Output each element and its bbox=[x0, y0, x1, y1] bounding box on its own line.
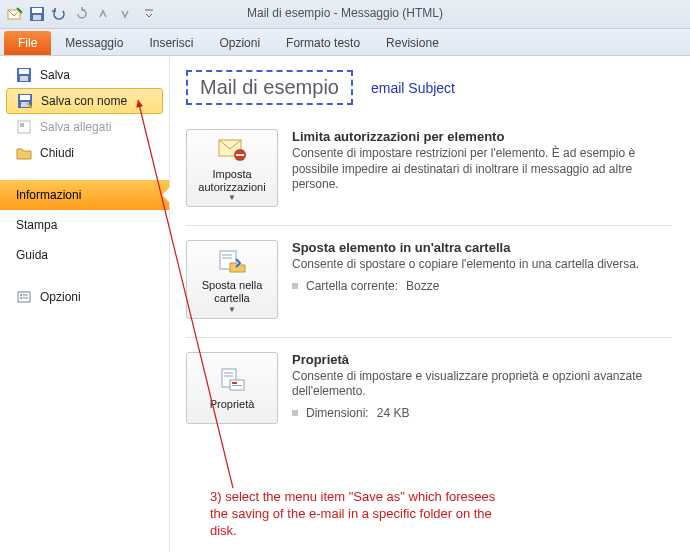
svg-rect-3 bbox=[33, 15, 41, 20]
subject-value-box: Mail di esempio bbox=[186, 70, 353, 105]
svg-rect-2 bbox=[32, 8, 42, 13]
save-icon bbox=[16, 67, 32, 83]
svg-rect-29 bbox=[232, 385, 242, 386]
sidebar-item-label: Guida bbox=[16, 248, 48, 262]
qat-customize-icon[interactable] bbox=[140, 5, 158, 23]
sidebar-item-salva[interactable]: Salva bbox=[0, 62, 169, 88]
bullet-icon bbox=[292, 283, 298, 289]
next-icon[interactable] bbox=[116, 5, 134, 23]
previous-icon[interactable] bbox=[94, 5, 112, 23]
sidebar-item-stampa[interactable]: Stampa bbox=[0, 210, 169, 240]
subject-row: Mail di esempio email Subject bbox=[186, 70, 672, 105]
dropdown-arrow-icon: ▼ bbox=[228, 193, 236, 202]
sidebar-item-salva-allegati: Salva allegati bbox=[0, 114, 169, 140]
kv-label: Cartella corrente: bbox=[306, 279, 398, 293]
sidebar-item-guida[interactable]: Guida bbox=[0, 240, 169, 270]
tab-revisione[interactable]: Revisione bbox=[374, 31, 451, 55]
svg-rect-6 bbox=[19, 69, 29, 74]
properties-button[interactable]: Proprietà bbox=[186, 352, 278, 424]
options-icon bbox=[16, 289, 32, 305]
section-desc: Consente di impostare restrizioni per l'… bbox=[292, 146, 672, 193]
svg-rect-28 bbox=[232, 382, 237, 384]
svg-point-14 bbox=[20, 294, 22, 296]
backstage-content: Mail di esempio email Subject Imposta au… bbox=[170, 56, 690, 552]
svg-rect-13 bbox=[18, 292, 30, 302]
subject-value: Mail di esempio bbox=[200, 76, 339, 98]
section-title: Sposta elemento in un'altra cartella bbox=[292, 240, 672, 255]
section-move: Sposta nella cartella ▼ Sposta elemento … bbox=[186, 240, 672, 337]
button-label: Proprietà bbox=[210, 398, 255, 411]
section-title: Limita autorizzazioni per elemento bbox=[292, 129, 672, 144]
close-folder-icon bbox=[16, 145, 32, 161]
sidebar-item-label: Salva con nome bbox=[41, 94, 127, 108]
section-desc: Consente di spostare o copiare l'element… bbox=[292, 257, 672, 273]
undo-icon[interactable] bbox=[50, 5, 68, 23]
sidebar-item-chiudi[interactable]: Chiudi bbox=[0, 140, 169, 166]
button-label: Imposta autorizzazioni bbox=[191, 168, 273, 193]
tab-opzioni[interactable]: Opzioni bbox=[207, 31, 272, 55]
sidebar-item-label: Chiudi bbox=[40, 146, 74, 160]
section-title: Proprietà bbox=[292, 352, 672, 367]
attachments-icon bbox=[16, 119, 32, 135]
tab-formato-testo[interactable]: Formato testo bbox=[274, 31, 372, 55]
quick-access-toolbar bbox=[0, 5, 164, 23]
section-desc: Consente di impostare e visualizzare pro… bbox=[292, 369, 672, 400]
dropdown-arrow-icon: ▼ bbox=[228, 305, 236, 314]
title-bar: Mail di esempio - Messaggio (HTML) bbox=[0, 0, 690, 29]
tab-file[interactable]: File bbox=[4, 31, 51, 55]
section-permissions: Imposta autorizzazioni ▼ Limita autorizz… bbox=[186, 129, 672, 226]
envelope-restrict-icon bbox=[218, 136, 246, 164]
redo-icon[interactable] bbox=[72, 5, 90, 23]
bullet-icon bbox=[292, 410, 298, 416]
current-folder-row: Cartella corrente: Bozze bbox=[292, 279, 672, 293]
sidebar-item-opzioni[interactable]: Opzioni bbox=[0, 284, 169, 310]
set-permissions-button[interactable]: Imposta autorizzazioni ▼ bbox=[186, 129, 278, 207]
sidebar-item-label: Informazioni bbox=[16, 188, 81, 202]
subject-label: email Subject bbox=[371, 80, 455, 96]
sidebar-item-label: Stampa bbox=[16, 218, 57, 232]
sidebar-item-informazioni[interactable]: Informazioni bbox=[0, 180, 169, 210]
kv-value: 24 KB bbox=[377, 406, 410, 420]
tab-file-label: File bbox=[18, 36, 37, 50]
size-row: Dimensioni: 24 KB bbox=[292, 406, 672, 420]
svg-point-15 bbox=[20, 297, 22, 299]
send-icon[interactable] bbox=[6, 5, 24, 23]
ribbon-tabs: File Messaggio Inserisci Opzioni Formato… bbox=[0, 29, 690, 56]
properties-icon bbox=[218, 366, 246, 394]
move-to-folder-button[interactable]: Sposta nella cartella ▼ bbox=[186, 240, 278, 318]
sidebar-item-label: Salva bbox=[40, 68, 70, 82]
backstage: Salva Salva con nome Salva allegati Chiu… bbox=[0, 56, 690, 552]
move-folder-icon bbox=[218, 247, 246, 275]
button-label: Sposta nella cartella bbox=[191, 279, 273, 304]
sidebar-item-salva-con-nome[interactable]: Salva con nome bbox=[6, 88, 163, 114]
svg-rect-9 bbox=[20, 95, 30, 100]
save-icon[interactable] bbox=[28, 5, 46, 23]
sidebar-item-label: Opzioni bbox=[40, 290, 81, 304]
save-as-icon bbox=[17, 93, 33, 109]
tab-inserisci[interactable]: Inserisci bbox=[137, 31, 205, 55]
kv-value: Bozze bbox=[406, 279, 439, 293]
backstage-sidebar: Salva Salva con nome Salva allegati Chiu… bbox=[0, 56, 170, 552]
kv-label: Dimensioni: bbox=[306, 406, 369, 420]
sidebar-item-label: Salva allegati bbox=[40, 120, 111, 134]
tab-messaggio[interactable]: Messaggio bbox=[53, 31, 135, 55]
svg-rect-12 bbox=[20, 123, 24, 127]
section-properties: Proprietà Proprietà Consente di impostar… bbox=[186, 352, 672, 442]
svg-rect-20 bbox=[236, 154, 244, 156]
svg-rect-7 bbox=[20, 76, 28, 81]
window-title: Mail di esempio - Messaggio (HTML) bbox=[247, 6, 443, 20]
